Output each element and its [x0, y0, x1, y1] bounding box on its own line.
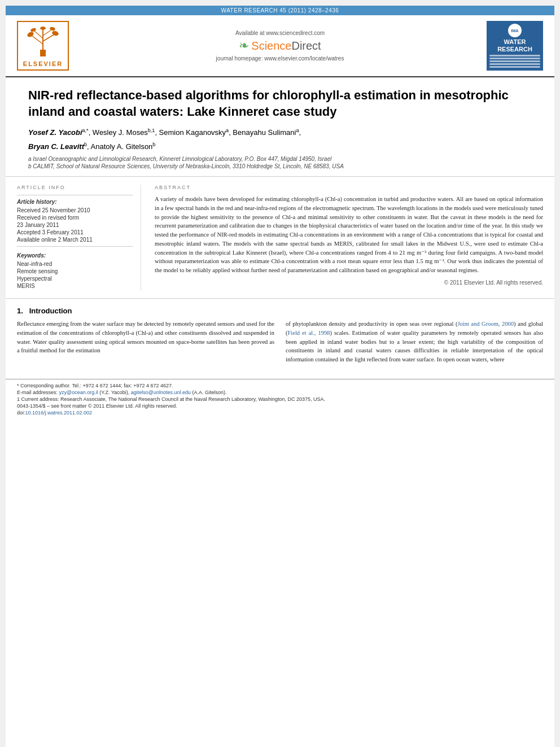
received2-date: 23 January 2011 — [17, 222, 133, 228]
sciencedirect-logo: ❧ ScienceDirect — [79, 38, 481, 53]
header-center: Available at www.sciencedirect.com ❧ Sci… — [79, 30, 481, 62]
divider2 — [17, 246, 133, 247]
body-right-col: of phytoplankton density and productivit… — [286, 320, 543, 368]
abstract-header: ABSTRACT — [155, 185, 543, 190]
yacobi-sup: a,* — [82, 128, 89, 133]
email2-link[interactable]: agitelso@unlnotes.unl.edu — [131, 390, 191, 395]
keyword1: Near-infra-red — [17, 261, 133, 267]
article-title: NIR-red reflectance-based algorithms for… — [28, 88, 532, 120]
svg-line-4 — [34, 31, 43, 38]
article-info-header: ARTICLE INFO — [17, 185, 133, 190]
section-title: 1. Introduction — [17, 307, 543, 315]
received1: Received 25 November 2010 — [17, 207, 133, 213]
abstract-col: ABSTRACT A variety of models have been d… — [152, 185, 543, 290]
comma: , — [299, 128, 301, 137]
corresponding-text: * Corresponding author. Tel.: +972 4 672… — [17, 383, 173, 388]
wr-waves-icon — [489, 55, 540, 68]
authors-line2: Bryan C. Leavittb, Anatoly A. Gitelsonb — [28, 141, 532, 152]
article-info-abstract-section: ARTICLE INFO Article history: Received 2… — [6, 177, 554, 299]
sd-leaves-icon: ❧ — [239, 38, 249, 53]
title-section: NIR-red reflectance-based algorithms for… — [6, 77, 554, 177]
citation-field: Field et al., 1998 — [288, 330, 330, 336]
doi-link[interactable]: 10.1016/j.watres.2011.02.002 — [25, 410, 93, 416]
comma-gitelson: , Anatoly A. Gitelson — [87, 143, 152, 151]
wr-title: WATER RESEARCH — [489, 38, 540, 53]
accepted: Accepted 3 February 2011 — [17, 229, 133, 235]
elsevier-tree-icon — [20, 24, 65, 58]
comma-moses: , Wesley J. Moses — [89, 128, 148, 137]
introduction-section: 1. Introduction Reflectance emerging fro… — [6, 299, 554, 368]
keyword2: Remote sensing — [17, 268, 133, 274]
intro-left-text: Reflectance emerging from the water surf… — [17, 320, 274, 355]
section-name: Introduction — [29, 307, 72, 315]
svg-line-5 — [43, 30, 51, 36]
water-research-logo: IWA WATER RESEARCH — [487, 21, 543, 71]
footnote1: 1 Current address: Research Associate, T… — [17, 396, 543, 402]
authors-line1: Yosef Z. Yacobia,*, Wesley J. Mosesb,1, … — [28, 127, 532, 138]
moses-sup: b,1 — [148, 128, 155, 133]
article-info-col: ARTICLE INFO Article history: Received 2… — [17, 185, 141, 290]
header-area: ELSEVIER Available at www.sciencedirect.… — [6, 15, 554, 77]
abstract-text: A variety of models have been developed … — [155, 195, 543, 275]
email-note: E-mail addresses: yzy@ocean.org.il (Y.Z.… — [17, 390, 543, 395]
elsevier-logo: ELSEVIER — [17, 21, 73, 71]
author-yacobi: Yosef Z. Yacobi — [28, 128, 82, 137]
elsevier-name: ELSEVIER — [20, 60, 65, 67]
journal-homepage: journal homepage: www.elsevier.com/locat… — [79, 55, 481, 62]
intro-right-text: of phytoplankton density and productivit… — [286, 320, 543, 364]
journal-bar: WATER RESEARCH 45 (2011) 2428–2436 — [6, 6, 554, 15]
keyword3: Hyperspectral — [17, 276, 133, 282]
body-left-col: Reflectance emerging from the water surf… — [17, 320, 274, 368]
history-label: Article history: — [17, 199, 133, 205]
comma-kagan: , Semion Kaganovsky — [155, 128, 226, 137]
available: Available online 2 March 2011 — [17, 237, 133, 243]
gitelson-sup: b — [152, 142, 155, 147]
journal-citation: WATER RESEARCH 45 (2011) 2428–2436 — [221, 7, 339, 14]
corresponding-note: * Corresponding author. Tel.: +972 4 672… — [17, 383, 543, 388]
email2-name: (A.A. Gitelson). — [193, 390, 227, 395]
iwa-label: IWA — [511, 29, 518, 33]
svg-line-3 — [43, 34, 54, 41]
doi-label: doi: — [17, 410, 25, 416]
email1-link[interactable]: yzy@ocean.org.il — [59, 390, 98, 395]
svg-point-10 — [40, 27, 46, 30]
keywords-label: Keywords: — [17, 252, 133, 259]
available-text: Available at www.sciencedirect.com — [79, 30, 481, 36]
section-num: 1. — [17, 307, 23, 315]
doi-note: doi:10.1016/j.watres.2011.02.002 — [17, 410, 543, 416]
author-leavitt: Bryan C. Leavitt — [28, 143, 84, 151]
keyword4: MERIS — [17, 283, 133, 289]
footer-notes: * Corresponding author. Tel.: +972 4 672… — [6, 379, 554, 420]
email-label: E-mail addresses: — [17, 390, 58, 395]
received2: Received in revised form — [17, 215, 133, 221]
svg-rect-0 — [40, 50, 46, 56]
affiliation-b: b CALMIT, School of Natural Resource Sci… — [28, 163, 532, 169]
comma-suli: , Benayahu Sulimani — [229, 128, 296, 137]
citation-joint: Joint and Groom, 2000 — [457, 321, 514, 327]
email1-name: (Y.Z. Yacobi), — [99, 390, 129, 395]
iwa-icon: IWA — [508, 24, 522, 37]
copyright-line: © 2011 Elsevier Ltd. All rights reserved… — [155, 279, 543, 286]
license-note: 0043-1354/$ – see front matter © 2011 El… — [17, 403, 543, 409]
affiliation-a: a Israel Oceanographic and Limnological … — [28, 156, 532, 162]
body-two-col: Reflectance emerging from the water surf… — [17, 320, 543, 368]
divider — [17, 195, 133, 195]
sd-text: ScienceDirect — [251, 40, 321, 53]
page: WATER RESEARCH 45 (2011) 2428–2436 — [6, 6, 554, 747]
